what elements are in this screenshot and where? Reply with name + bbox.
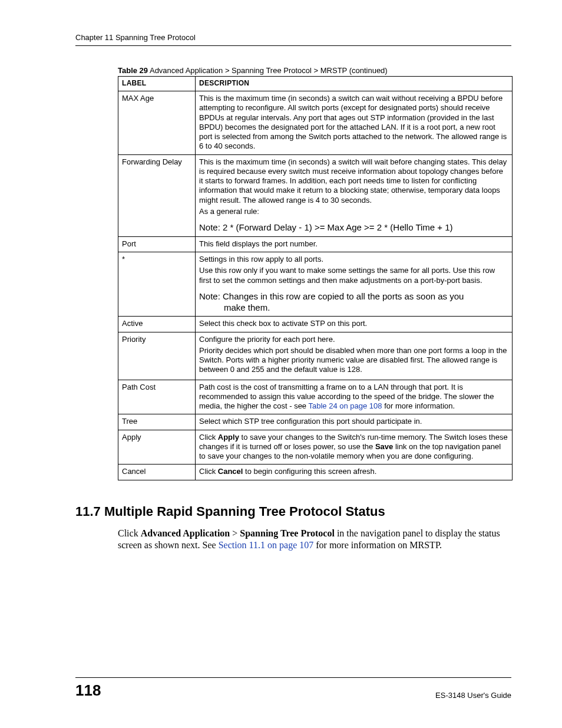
desc-paragraph: Configure the priority for each port her… [199, 335, 508, 344]
table-row: Tree Select which STP tree configuration… [118, 414, 513, 430]
para-text: Click [118, 528, 141, 538]
bold-term: Advanced Application [141, 528, 230, 538]
desc-text: Click [199, 433, 218, 442]
row-desc: Select this check box to activate STP on… [196, 317, 513, 332]
row-label: Cancel [118, 465, 196, 480]
table-row: Port This field displays the port number… [118, 236, 513, 252]
row-label: Active [118, 317, 196, 332]
desc-paragraph: As a general rule: [199, 207, 508, 216]
row-label: Priority [118, 332, 196, 380]
row-label: Port [118, 236, 196, 252]
col-header-label: LABEL [118, 77, 196, 91]
desc-paragraph: Settings in this row apply to all ports. [199, 255, 508, 264]
row-desc: This is the maximum time (in seconds) a … [196, 154, 513, 236]
section-heading: 11.7 Multiple Rapid Spanning Tree Protoc… [75, 504, 511, 519]
row-label: Apply [118, 430, 196, 465]
row-label: MAX Age [118, 91, 196, 155]
note-formula: Note: 2 * (Forward Delay - 1) >= Max Age… [199, 222, 508, 233]
row-desc: This field displays the port number. [196, 236, 513, 252]
note-text: Note: Changes in this row are copied to … [199, 291, 508, 314]
row-label: Path Cost [118, 380, 196, 414]
table-row: MAX Age This is the maximum time (in sec… [118, 91, 513, 155]
table-row: Path Cost Path cost is the cost of trans… [118, 380, 513, 414]
desc-paragraph: Use this row only if you want to make so… [199, 266, 508, 285]
xref-link[interactable]: Section 11.1 on page 107 [219, 540, 314, 550]
desc-text: Click [199, 467, 218, 476]
page-footer: 118 ES-3148 User's Guide [75, 677, 511, 700]
row-desc: Click Apply to save your changes to the … [196, 430, 513, 465]
bold-term: Spanning Tree Protocol [240, 528, 335, 538]
table-caption: Table 29 Advanced Application > Spanning… [118, 66, 511, 75]
para-text: for more information on MRSTP. [313, 540, 442, 550]
row-desc: Select which STP tree configuration this… [196, 414, 513, 430]
desc-text: to begin configuring this screen afresh. [243, 467, 376, 476]
bold-term: Cancel [218, 467, 243, 476]
mrstp-table: LABEL DESCRIPTION MAX Age This is the ma… [118, 76, 513, 480]
row-label: Forwarding Delay [118, 154, 196, 236]
table-row: * Settings in this row apply to all port… [118, 252, 513, 317]
row-label: * [118, 252, 196, 317]
table-header-row: LABEL DESCRIPTION [118, 77, 513, 91]
row-desc: Click Cancel to begin configuring this s… [196, 465, 513, 480]
row-label: Tree [118, 414, 196, 430]
table-row: Priority Configure the priority for each… [118, 332, 513, 380]
table-row: Cancel Click Cancel to begin configuring… [118, 465, 513, 480]
note-line1: Note: Changes in this row are copied to … [199, 291, 464, 301]
table-number: Table 29 [118, 66, 148, 75]
bold-term: Apply [218, 433, 239, 442]
note-line2: make them. [199, 302, 508, 314]
desc-text: for more information. [382, 401, 455, 410]
row-desc: Path cost is the cost of transmitting a … [196, 380, 513, 414]
table-row: Apply Click Apply to save your changes t… [118, 430, 513, 465]
row-desc: Configure the priority for each port her… [196, 332, 513, 380]
row-desc: Settings in this row apply to all ports.… [196, 252, 513, 317]
xref-link[interactable]: Table 24 on page 108 [308, 401, 382, 410]
table-row: Active Select this check box to activate… [118, 317, 513, 332]
table-row: Forwarding Delay This is the maximum tim… [118, 154, 513, 236]
table-title: Advanced Application > Spanning Tree Pro… [148, 66, 388, 75]
row-desc: This is the maximum time (in seconds) a … [196, 91, 513, 155]
guide-name: ES-3148 User's Guide [435, 691, 511, 700]
running-header: Chapter 11 Spanning Tree Protocol [75, 33, 511, 46]
para-text: > [230, 528, 240, 538]
col-header-description: DESCRIPTION [196, 77, 513, 91]
page-number: 118 [75, 681, 101, 700]
desc-paragraph: Priority decides which port should be di… [199, 346, 508, 375]
body-paragraph: Click Advanced Application > Spanning Tr… [118, 528, 513, 552]
desc-paragraph: This is the maximum time (in seconds) a … [199, 157, 508, 205]
bold-term: Save [375, 442, 393, 451]
